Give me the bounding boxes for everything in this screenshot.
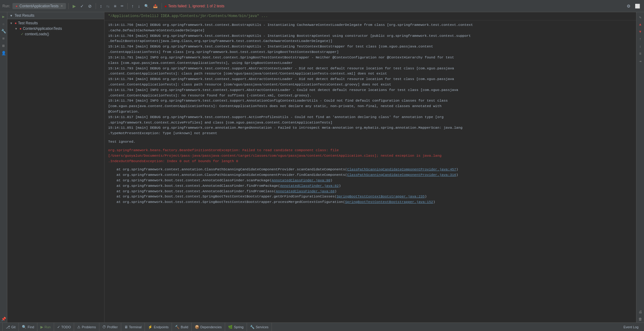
right-indent-icon[interactable]: ⇥ bbox=[637, 58, 644, 64]
log-line-5: 15:14:11.793 [main] DEBUG org.springfram… bbox=[108, 66, 632, 77]
sidebar-person-icon[interactable]: 👤 bbox=[0, 50, 7, 57]
run-label: Run: bbox=[2, 4, 10, 8]
right-trash-icon[interactable]: 🗑 bbox=[637, 316, 644, 322]
right-arrow-up-icon[interactable]: ▲ bbox=[637, 21, 644, 28]
right-panel: "/Applications/IntelliJ IDEA.app/Content… bbox=[104, 12, 636, 322]
log-line-10: 15:14:11.851 [main] DEBUG org.springfram… bbox=[108, 125, 632, 136]
right-list-icon[interactable]: ≡ bbox=[637, 51, 644, 57]
status-run[interactable]: ▶ Run bbox=[37, 323, 54, 331]
right-sidebar: ✎ ▲ ▼ ↑ ↓ ≡ ⇥ 🖨 🗑 bbox=[636, 12, 644, 322]
status-failed: ● Tests failed: 1, ignored: 1 of 2 tests bbox=[164, 4, 224, 9]
sidebar-pin-icon[interactable]: 📌 bbox=[0, 316, 7, 322]
log-line-6: 15:14:11.794 [main] DEBUG org.springfram… bbox=[108, 76, 632, 87]
class-fail-icon: ● bbox=[19, 26, 22, 31]
status-services[interactable]: 🔧 Services bbox=[247, 323, 272, 331]
status-spring[interactable]: 🌿 Spring bbox=[225, 323, 247, 331]
run-icon: ▶ bbox=[40, 325, 43, 329]
filter-expand-button[interactable]: ⇔ bbox=[119, 3, 125, 9]
git-icon: ⎇ bbox=[6, 325, 10, 329]
sidebar-icons: ▶ ☆ 🔧 ≡ ⊞ 👤 📌 bbox=[0, 12, 7, 322]
toolbar-separator-2 bbox=[96, 3, 96, 9]
log-line-1: 15:14:11.756 [main] DEBUG org.springfram… bbox=[108, 22, 632, 33]
status-terminal[interactable]: 🖥 Terminal bbox=[121, 323, 145, 331]
down-button[interactable]: ↓ bbox=[136, 2, 142, 10]
right-edit-icon[interactable]: ✎ bbox=[637, 14, 644, 21]
filter-all-button[interactable]: ≡ bbox=[112, 2, 118, 10]
stop-button[interactable]: ⊘ bbox=[87, 2, 93, 10]
sidebar-wrench-icon[interactable]: 🔧 bbox=[0, 28, 7, 35]
link-5[interactable]: AnnotatedClassFinder.java:68 bbox=[276, 189, 334, 193]
top-toolbar: Run: ● ContentApplicationTests ✕ ▶ ✓ ⊘ ↕… bbox=[0, 0, 644, 12]
toolbar-separator-1 bbox=[68, 3, 69, 9]
check-button[interactable]: ✓ bbox=[79, 2, 85, 10]
search-button[interactable]: 🔍 bbox=[143, 3, 150, 9]
log-line-7: 15:14:11.794 [main] INFO org.springframe… bbox=[108, 87, 632, 98]
sort-asc-button[interactable]: ↑↓ bbox=[105, 3, 111, 9]
run-tab[interactable]: ● ContentApplicationTests ✕ bbox=[12, 3, 66, 9]
link-6[interactable]: SpringBootTestContextBootstrapper.java:2… bbox=[337, 194, 425, 198]
dependencies-icon: 📦 bbox=[195, 325, 199, 329]
find-label: Find bbox=[28, 325, 34, 329]
dependencies-label: Dependencies bbox=[200, 325, 222, 329]
sidebar-layers-icon[interactable]: ≡ bbox=[0, 35, 7, 42]
status-todo[interactable]: ✓ TODO bbox=[54, 323, 74, 331]
log-content[interactable]: 15:14:11.756 [main] DEBUG org.springfram… bbox=[104, 20, 636, 322]
endpoints-icon: ⚡ bbox=[148, 325, 152, 329]
event-log[interactable]: Event Log bbox=[620, 325, 642, 329]
right-down-icon[interactable]: ↓ bbox=[637, 43, 644, 50]
right-print-icon[interactable]: 🖨 bbox=[637, 308, 644, 315]
status-endpoints[interactable]: ⚡ Endpoints bbox=[145, 323, 172, 331]
build-icon: 🔨 bbox=[175, 325, 180, 329]
method-pass-icon: ✓ bbox=[21, 32, 24, 36]
log-at-4: at org.springframework.boot.test.context… bbox=[108, 183, 632, 189]
todo-icon: ✓ bbox=[57, 325, 60, 329]
log-line-2: 15:14:11.764 [main] DEBUG org.springfram… bbox=[108, 33, 632, 44]
link-3[interactable]: AnnotatedClassFinder.java:90 bbox=[272, 178, 330, 182]
status-find[interactable]: 🔍 Find bbox=[19, 323, 37, 331]
log-line-4: 15:14:11.791 [main] INFO org.springframe… bbox=[108, 55, 632, 66]
right-arrow-down-icon[interactable]: ▼ bbox=[637, 29, 644, 35]
log-spacer-1 bbox=[108, 136, 632, 139]
tree-item-method[interactable]: ✓ contextLoads() bbox=[7, 31, 104, 37]
log-line-9: 15:14:11.817 [main] DEBUG org.springfram… bbox=[108, 114, 632, 125]
link-7[interactable]: SpringBootTestContextBootstrapper.java:1… bbox=[345, 200, 433, 204]
log-spacer-2 bbox=[108, 145, 632, 148]
status-git[interactable]: ⎇ Git bbox=[2, 323, 19, 331]
status-problems[interactable]: ⚠ Problems bbox=[74, 323, 99, 331]
left-panel: ▼ Test Results ▼ ● Test Results ▼ ● Cont… bbox=[7, 12, 104, 322]
log-ignored: Test ignored. bbox=[108, 139, 632, 145]
problems-icon: ⚠ bbox=[77, 325, 80, 329]
root-chevron: ▼ bbox=[10, 22, 13, 25]
fail-icon: ● bbox=[164, 4, 167, 9]
class-label: ContentApplicationTests bbox=[23, 26, 62, 31]
services-label: Services bbox=[256, 325, 269, 329]
status-build[interactable]: 🔨 Build bbox=[172, 323, 191, 331]
terminal-icon: 🖥 bbox=[124, 325, 128, 329]
endpoints-label: Endpoints bbox=[154, 325, 169, 329]
link-4[interactable]: AnnotatedClassFinder.java:82 bbox=[280, 184, 339, 188]
right-up-icon[interactable]: ↑ bbox=[637, 36, 644, 43]
link-1[interactable]: ClassPathScanningCandidateComponentProvi… bbox=[347, 167, 456, 171]
build-label: Build bbox=[181, 325, 188, 329]
todo-label: TODO bbox=[61, 325, 71, 329]
settings-button[interactable]: ⚙ bbox=[625, 2, 632, 10]
log-at-1: at org.springframework.context.annotatio… bbox=[108, 167, 632, 172]
tree-item-root[interactable]: ▼ ● Test Results bbox=[7, 20, 104, 26]
status-profiler[interactable]: ⏱ Profiler bbox=[99, 323, 121, 331]
link-2[interactable]: ClassPathScanningCandidateComponentProvi… bbox=[347, 173, 456, 177]
up-button[interactable]: ↑ bbox=[130, 2, 135, 10]
test-tree[interactable]: ▼ ● Test Results ▼ ● ContentApplicationT… bbox=[7, 19, 104, 322]
maximize-button[interactable]: ⬜ bbox=[633, 2, 642, 10]
play-button[interactable]: ▶ bbox=[71, 2, 77, 10]
root-label: Test Results bbox=[18, 21, 38, 25]
sidebar-bookmark-icon[interactable]: ☆ bbox=[0, 21, 7, 27]
export-button[interactable]: 📤 bbox=[152, 3, 159, 9]
sort-alpha-button[interactable]: ↕ bbox=[98, 2, 104, 10]
log-line-3: 15:14:11.784 [main] DEBUG org.springfram… bbox=[108, 44, 632, 55]
close-icon[interactable]: ✕ bbox=[60, 4, 63, 8]
sidebar-run-icon[interactable]: ▶ bbox=[0, 13, 7, 20]
log-at-7: at org.springframework.boot.test.context… bbox=[108, 199, 632, 205]
status-dependencies[interactable]: 📦 Dependencies bbox=[192, 323, 225, 331]
sidebar-plugin-icon[interactable]: ⊞ bbox=[0, 43, 7, 49]
tree-item-class[interactable]: ▼ ● ContentApplicationTests bbox=[7, 26, 104, 31]
